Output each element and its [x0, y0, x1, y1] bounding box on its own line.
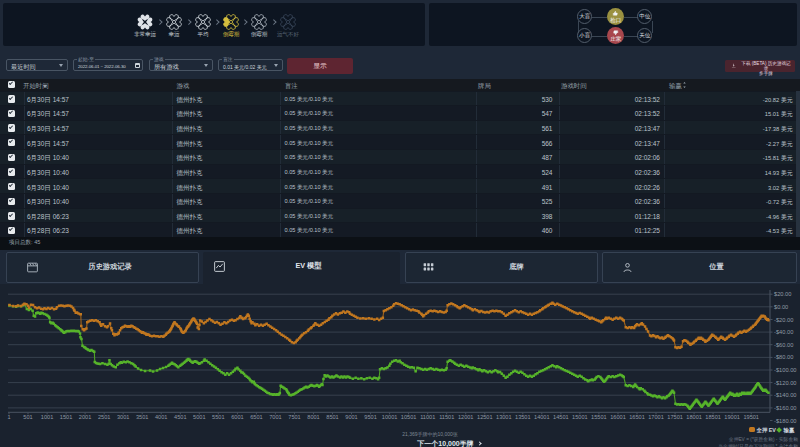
svg-text:1: 1: [7, 414, 10, 420]
svg-text:8501: 8501: [326, 414, 338, 420]
svg-text:6001: 6001: [231, 414, 243, 420]
svg-text:2501: 2501: [98, 414, 110, 420]
svg-text:17001: 17001: [648, 414, 664, 420]
svg-text:-$20.00: -$20.00: [774, 317, 793, 323]
svg-text:19501: 19501: [743, 414, 759, 420]
svg-text:15001: 15001: [572, 414, 588, 420]
svg-text:16001: 16001: [610, 414, 626, 420]
svg-text:5001: 5001: [193, 414, 205, 420]
svg-text:4501: 4501: [174, 414, 186, 420]
svg-text:11501: 11501: [439, 414, 454, 420]
svg-text:-$80.00: -$80.00: [774, 354, 793, 360]
svg-text:7001: 7001: [269, 414, 281, 420]
svg-text:18001: 18001: [686, 414, 702, 420]
svg-text:13001: 13001: [496, 414, 512, 420]
svg-text:3501: 3501: [136, 414, 148, 420]
svg-text:16501: 16501: [629, 414, 645, 420]
svg-text:501: 501: [23, 414, 32, 420]
svg-text:10501: 10501: [401, 414, 417, 420]
svg-text:$20.00: $20.00: [774, 291, 791, 297]
svg-text:12501: 12501: [477, 414, 493, 420]
svg-text:17501: 17501: [667, 414, 683, 420]
svg-text:9001: 9001: [345, 414, 357, 420]
svg-text:1501: 1501: [60, 414, 72, 420]
svg-text:13501: 13501: [515, 414, 531, 420]
svg-text:-$60.00: -$60.00: [774, 342, 793, 348]
svg-text:-$180.00: -$180.00: [774, 418, 796, 424]
svg-text:10001: 10001: [382, 414, 398, 420]
svg-text:$0.00: $0.00: [774, 304, 788, 310]
svg-text:-$140.00: -$140.00: [774, 392, 796, 398]
svg-text:9501: 9501: [364, 414, 376, 420]
svg-text:-$160.00: -$160.00: [774, 405, 796, 411]
svg-text:-$120.00: -$120.00: [774, 380, 796, 386]
svg-text:2001: 2001: [79, 414, 91, 420]
svg-text:15501: 15501: [591, 414, 607, 420]
svg-text:5501: 5501: [212, 414, 224, 420]
svg-text:1001: 1001: [41, 414, 53, 420]
svg-text:8001: 8001: [307, 414, 319, 420]
svg-text:7501: 7501: [288, 414, 300, 420]
svg-text:19001: 19001: [724, 414, 740, 420]
svg-text:18501: 18501: [705, 414, 721, 420]
svg-text:12001: 12001: [458, 414, 474, 420]
svg-text:-$100.00: -$100.00: [774, 367, 796, 373]
svg-text:4001: 4001: [155, 414, 167, 420]
svg-text:14001: 14001: [534, 414, 550, 420]
svg-text:3001: 3001: [117, 414, 129, 420]
svg-text:6501: 6501: [250, 414, 262, 420]
svg-text:11001: 11001: [420, 414, 435, 420]
svg-text:14501: 14501: [553, 414, 569, 420]
svg-text:-$40.00: -$40.00: [774, 329, 793, 335]
